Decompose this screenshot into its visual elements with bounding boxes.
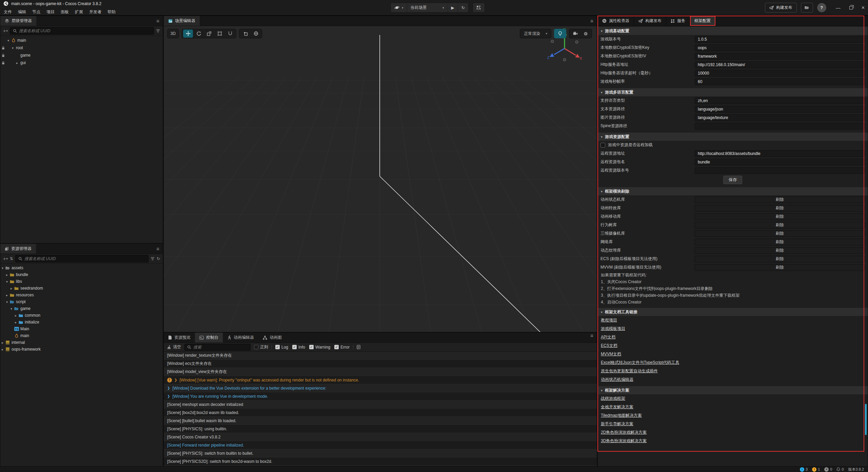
console-search-box[interactable] <box>184 344 251 351</box>
log-line[interactable]: [Scene] [PHYSICS]: using builtin. <box>164 425 597 433</box>
help-button[interactable]: ? <box>817 3 826 12</box>
assets-menu-icon[interactable]: ≡ <box>156 246 159 252</box>
menu-item-1[interactable]: 编辑 <box>15 8 29 16</box>
section-header[interactable]: ▾框架解决方案 <box>598 386 868 394</box>
tree-item-oops-framework[interactable]: ▸oops-framework <box>0 346 163 353</box>
notification-count[interactable]: 0 <box>836 467 844 471</box>
module-remove-button[interactable]: 剔除 <box>695 230 865 237</box>
tree-item-internal[interactable]: ▸internal <box>0 339 163 346</box>
doc-link[interactable]: 游戏模板项目 <box>601 326 625 332</box>
lighting-toggle-button[interactable] <box>554 29 566 38</box>
hierarchy-search-box[interactable] <box>10 27 154 35</box>
doc-link[interactable]: MVVM文档 <box>601 351 621 357</box>
build-publish-button[interactable]: 构建发布 <box>765 3 797 13</box>
assets-filter-icon[interactable] <box>151 257 155 261</box>
doc-link[interactable]: 战棋游戏框架 <box>601 396 625 401</box>
menu-item-5[interactable]: 扩展 <box>72 8 86 16</box>
rotate-tool-button[interactable] <box>194 29 203 38</box>
scene-tab[interactable]: 场景编辑器 <box>164 16 200 26</box>
tree-item-root[interactable]: ▾root <box>0 44 163 52</box>
minimize-button[interactable]: — <box>836 5 841 11</box>
console-tab-动画编辑器[interactable]: 动画编辑器 <box>223 333 258 342</box>
platform-select[interactable]: ▾ <box>391 3 407 12</box>
field-input[interactable]: http://192.168.0.150/main/ <box>695 61 865 68</box>
scene-viewport[interactable] <box>164 26 597 332</box>
doc-link[interactable]: 原生包热更新配置自动生成插件 <box>601 368 658 374</box>
chevron-right-icon[interactable]: ❯ <box>174 378 177 382</box>
rect-tool-button[interactable] <box>215 29 224 38</box>
section-header[interactable]: ▾游戏多语言配置 <box>598 88 868 96</box>
assets-tab[interactable]: 资源管理器 <box>0 244 36 254</box>
console-tab-动画图[interactable]: 动画图 <box>258 333 286 342</box>
console-tab-资源预览[interactable]: 资源预览 <box>164 333 195 342</box>
section-header[interactable]: ▾框架文档工具链接 <box>598 308 868 316</box>
doc-link[interactable]: API文档 <box>601 334 615 340</box>
section-header[interactable]: ▾游戏资源配置 <box>598 133 868 141</box>
inspector-tab-属性检查器[interactable]: 属性检查器 <box>598 16 634 26</box>
coordinate-toggle-button[interactable] <box>251 29 261 38</box>
log-file-icon[interactable] <box>357 345 360 349</box>
chevron-down-icon[interactable]: ▾ <box>11 46 15 50</box>
sort-assets-icon[interactable]: ⇅ <box>10 256 13 261</box>
chevron-right-icon[interactable]: ❯ <box>167 394 170 398</box>
doc-link[interactable]: 2D角色扮演游戏解决方案 <box>601 430 647 435</box>
doc-link[interactable]: 3D角色扮演游戏解决方案 <box>601 438 647 444</box>
gear-icon[interactable] <box>581 29 591 38</box>
tree-item-initialize[interactable]: ▸initialize <box>0 319 163 326</box>
tree-item-main[interactable]: main <box>0 332 163 339</box>
close-button[interactable]: × <box>862 5 865 11</box>
menu-item-0[interactable]: 文件 <box>1 8 15 16</box>
field-input[interactable]: language/json <box>695 106 865 113</box>
tree-item-common[interactable]: ▸common <box>0 312 163 319</box>
log-line[interactable]: [Scene] Cocos Creator v3.8.2 <box>164 433 597 441</box>
open-project-folder-button[interactable] <box>801 3 813 13</box>
tree-item-resources[interactable]: ▸resources <box>0 292 163 298</box>
clear-console-button[interactable]: 清空 <box>167 344 181 350</box>
console-menu-icon[interactable]: ≡ <box>590 333 593 342</box>
log-line[interactable]: [Window] ecs文件夹存在 <box>164 360 597 368</box>
play-button[interactable]: ▶ <box>448 3 458 12</box>
tree-item-gui[interactable]: ▸gui <box>0 59 163 66</box>
restart-button[interactable]: ↻ <box>458 3 468 12</box>
module-remove-button[interactable]: 剔除 <box>695 222 865 229</box>
section-header[interactable]: ▾框架模块剔除 <box>598 187 868 195</box>
field-input[interactable]: 10000 <box>695 70 865 77</box>
hierarchy-menu-icon[interactable]: ≡ <box>156 18 159 24</box>
module-remove-button[interactable]: 剔除 <box>695 213 865 220</box>
doc-link[interactable]: Tiledmap地图解决方案 <box>601 413 642 418</box>
restore-button[interactable] <box>849 6 853 9</box>
create-asset-button[interactable]: +▾ <box>3 256 8 261</box>
log-line[interactable]: [Scene] [PHYSICS]: switch from builtin t… <box>164 449 597 457</box>
chevron-right-icon[interactable]: ▸ <box>14 314 18 317</box>
filter-warning-checkbox[interactable]: ✓Warning <box>309 345 330 350</box>
tree-item-game[interactable]: game <box>0 52 163 59</box>
refresh-assets-icon[interactable]: ↻ <box>157 256 160 261</box>
create-node-button[interactable]: +▾ <box>3 28 8 34</box>
chevron-down-icon[interactable]: ▾ <box>5 280 9 283</box>
tree-item-script[interactable]: ▾script <box>0 298 163 305</box>
menu-item-3[interactable]: 项目 <box>43 8 58 16</box>
doc-link[interactable]: Excel格式转Json文件与TypeScript代码工具 <box>601 360 679 366</box>
log-line[interactable]: [Window] model_view文件夹存在 <box>164 368 597 376</box>
camera-button[interactable] <box>570 29 580 38</box>
checkbox[interactable] <box>600 143 605 148</box>
chevron-down-icon[interactable]: ▾ <box>0 266 5 270</box>
anchor-tool-button[interactable] <box>225 29 235 38</box>
menu-item-4[interactable]: 面板 <box>58 8 72 16</box>
tree-item-seedrandom[interactable]: ▸seedrandom <box>0 285 163 292</box>
doc-link[interactable]: ECS文档 <box>601 343 617 349</box>
field-input[interactable] <box>695 167 865 174</box>
menu-item-7[interactable]: 帮助 <box>104 8 119 16</box>
module-remove-button[interactable]: 剔除 <box>695 239 865 245</box>
chevron-right-icon[interactable]: ▸ <box>9 287 14 290</box>
regex-checkbox[interactable]: 正则 <box>254 344 268 350</box>
filter-info-checkbox[interactable]: ✓Info <box>292 345 305 350</box>
console-tab-控制台[interactable]: 控制台 <box>195 333 223 342</box>
pivot-toggle-button[interactable] <box>240 29 250 38</box>
log-line[interactable]: [Scene] [PHYSICS2D]: switch from box2d-w… <box>164 457 597 466</box>
tree-item-bundle[interactable]: ▸bundle <box>0 271 163 278</box>
hierarchy-search-input[interactable] <box>19 28 151 33</box>
log-line[interactable]: [Scene] meshopt wasm decoder initialized <box>164 400 597 409</box>
chevron-down-icon[interactable]: ▾ <box>6 39 11 42</box>
module-remove-button[interactable]: 剔除 <box>695 264 865 271</box>
